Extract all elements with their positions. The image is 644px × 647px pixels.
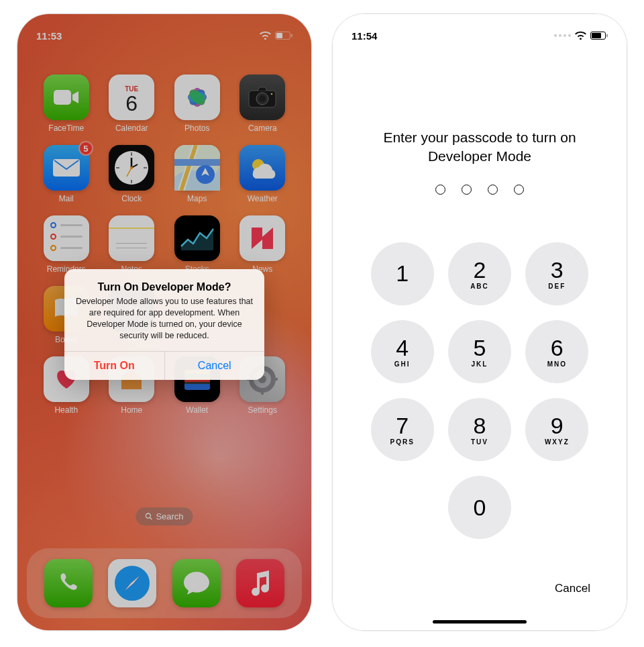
- facetime-icon: [44, 74, 89, 120]
- app-label: Weather: [248, 194, 278, 203]
- camera-icon: [239, 74, 285, 120]
- dock-music[interactable]: [236, 559, 284, 607]
- passcode-dot: [462, 185, 472, 195]
- keypad-3[interactable]: 3DEF: [525, 242, 588, 305]
- keypad-0[interactable]: 0: [448, 476, 511, 539]
- mail-icon: 5: [44, 145, 89, 191]
- app-facetime[interactable]: FaceTime: [34, 74, 99, 133]
- keypad-9[interactable]: 9WXYZ: [525, 398, 588, 461]
- keypad-4[interactable]: 4GHI: [371, 320, 434, 383]
- alert-title: Turn On Developer Mode?: [75, 281, 254, 293]
- cellular-signal-icon: [554, 34, 571, 37]
- app-notes[interactable]: Notes: [99, 215, 165, 274]
- dock-phone[interactable]: [44, 559, 93, 607]
- calendar-date: 6: [125, 93, 138, 114]
- search-label: Search: [156, 511, 183, 521]
- news-icon: [239, 215, 285, 261]
- spotlight-search-pill[interactable]: Search: [136, 507, 193, 526]
- app-label: Wallet: [186, 405, 208, 415]
- dock: [27, 548, 302, 618]
- calendar-icon: TUE 6: [109, 74, 154, 120]
- battery-icon: [590, 32, 608, 40]
- keypad-8[interactable]: 8TUV: [448, 398, 511, 461]
- passcode-title: Enter your passcode to turn on Developer…: [333, 128, 627, 166]
- svg-rect-41: [274, 378, 278, 381]
- keypad-6[interactable]: 6MNO: [525, 320, 588, 383]
- svg-rect-30: [116, 248, 147, 248]
- app-news[interactable]: News: [230, 215, 296, 274]
- app-reminders[interactable]: Reminders: [34, 215, 99, 274]
- wifi-icon: [575, 32, 586, 40]
- home-indicator[interactable]: [433, 620, 527, 624]
- app-label: FaceTime: [48, 123, 84, 133]
- app-calendar[interactable]: TUE 6 Calendar: [99, 74, 165, 133]
- weather-icon: [239, 145, 285, 191]
- app-stocks[interactable]: Stocks: [164, 215, 230, 274]
- app-label: Clock: [121, 194, 142, 203]
- keypad-1[interactable]: 1: [371, 242, 434, 305]
- notes-icon: [109, 215, 154, 261]
- svg-line-43: [150, 517, 152, 519]
- app-mail[interactable]: 5 Mail: [34, 145, 99, 203]
- status-time: 11:54: [352, 30, 377, 42]
- dock-messages[interactable]: [172, 559, 221, 607]
- mail-badge: 5: [78, 141, 93, 156]
- status-bar: 11:53: [17, 14, 311, 48]
- app-photos[interactable]: Photos: [164, 74, 230, 133]
- app-label: Health: [54, 405, 78, 415]
- status-bar: 11:54: [333, 14, 627, 48]
- passcode-dot: [435, 185, 445, 195]
- cancel-button[interactable]: Cancel: [165, 352, 265, 380]
- reminders-icon: [44, 215, 89, 261]
- keypad-2[interactable]: 2ABC: [448, 242, 511, 305]
- svg-rect-2: [291, 34, 292, 38]
- passcode-cancel-button[interactable]: Cancel: [555, 582, 590, 595]
- photos-icon: [174, 74, 220, 120]
- maps-icon: [174, 145, 220, 191]
- svg-rect-29: [116, 243, 147, 244]
- clock-icon: [109, 145, 154, 191]
- app-clock[interactable]: Clock: [99, 145, 165, 203]
- turn-on-button[interactable]: Turn On: [64, 352, 165, 380]
- app-label: Calendar: [115, 123, 148, 133]
- svg-rect-47: [592, 33, 601, 38]
- passcode-dots: [333, 185, 627, 195]
- app-label: Mail: [59, 194, 74, 203]
- svg-rect-39: [261, 391, 264, 395]
- battery-icon: [275, 32, 292, 40]
- phone-home-screen: 11:53 FaceTime TUE 6 Calendar: [17, 13, 312, 631]
- svg-point-15: [271, 93, 273, 95]
- passcode-keypad: 1 2ABC 3DEF 4GHI 5JKL 6MNO 7PQRS 8TUV 9W…: [333, 242, 627, 539]
- search-icon: [145, 513, 152, 520]
- app-maps[interactable]: Maps: [164, 145, 230, 203]
- svg-rect-3: [54, 90, 71, 105]
- app-label: Camera: [248, 123, 277, 133]
- app-label: Settings: [248, 405, 277, 415]
- svg-point-25: [130, 166, 133, 169]
- wifi-icon: [260, 32, 271, 40]
- phone-passcode-screen: 11:54 Enter your passcode to turn on Dev…: [332, 13, 627, 631]
- passcode-dot: [514, 185, 524, 195]
- alert-message: Developer Mode allows you to use feature…: [75, 296, 254, 342]
- app-weather[interactable]: Weather: [230, 145, 296, 203]
- app-camera[interactable]: Camera: [230, 74, 296, 133]
- svg-rect-48: [606, 34, 608, 38]
- developer-mode-alert: Turn On Developer Mode? Developer Mode a…: [64, 269, 264, 380]
- app-label: Photos: [184, 123, 209, 133]
- app-label: Home: [121, 405, 142, 415]
- keypad-7[interactable]: 7PQRS: [371, 398, 434, 461]
- keypad-5[interactable]: 5JKL: [448, 320, 511, 383]
- passcode-dot: [488, 185, 498, 195]
- status-time: 11:53: [36, 30, 62, 42]
- svg-rect-1: [276, 33, 282, 38]
- app-label: Maps: [187, 194, 207, 203]
- stocks-icon: [174, 215, 220, 261]
- svg-point-14: [259, 95, 266, 102]
- dock-safari[interactable]: [108, 559, 156, 607]
- svg-point-42: [146, 513, 150, 518]
